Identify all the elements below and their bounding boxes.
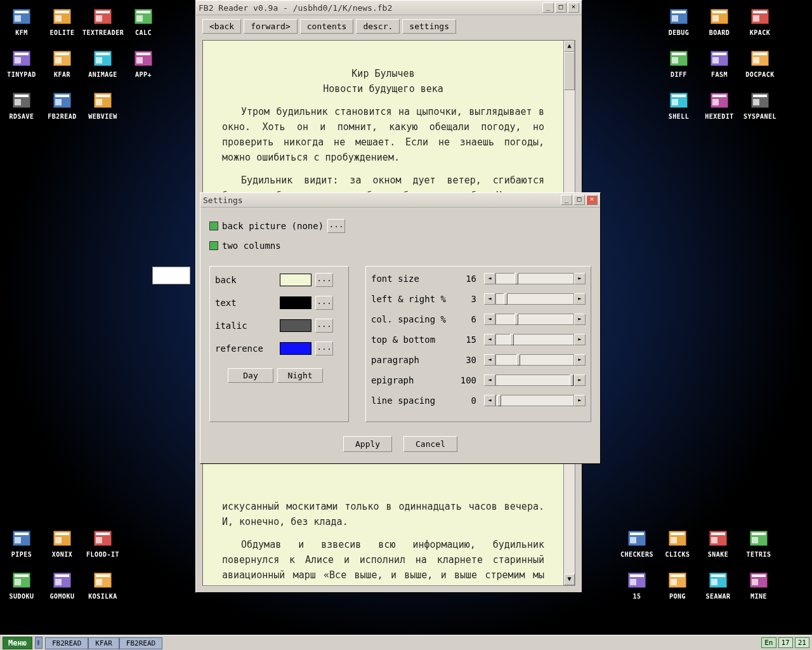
settings-titlebar[interactable]: Settings _ □ × <box>200 193 600 208</box>
forward-button[interactable]: forward> <box>244 19 298 34</box>
slider-thumb[interactable] <box>570 375 573 386</box>
desktop-icon-pipes[interactable]: PIPES <box>1 528 42 558</box>
scroll-thumb[interactable] <box>564 52 575 90</box>
reader-titlebar[interactable]: FB2 Reader v0.9a - /usbhd0/1/K/news.fb2 … <box>196 1 582 15</box>
slider-track[interactable] <box>495 375 574 386</box>
slider-track[interactable] <box>495 273 574 284</box>
color-swatch[interactable] <box>280 342 311 355</box>
scroll-up-button[interactable]: ▲ <box>564 41 575 52</box>
color-picker-button[interactable]: ... <box>315 319 333 333</box>
slider-decrease[interactable]: ◄ <box>484 354 495 366</box>
slider-track[interactable] <box>495 354 574 366</box>
desktop-icon-xonix[interactable]: XONIX <box>42 528 82 558</box>
slider-thumb[interactable] <box>516 354 520 366</box>
slider-increase[interactable]: ► <box>574 293 586 305</box>
close-button[interactable]: × <box>586 195 598 205</box>
language-indicator[interactable]: En <box>761 637 776 648</box>
desktop-icon-shell[interactable]: SHELL <box>658 90 699 120</box>
desktop-icon-checkers[interactable]: CHECKERS <box>617 528 657 558</box>
desktop-icon-board[interactable]: BOARD <box>699 6 740 36</box>
slider[interactable]: ◄ ► <box>484 314 586 325</box>
desktop-icon-kpack[interactable]: KPACK <box>740 6 780 36</box>
slider-thumb[interactable] <box>504 293 508 305</box>
day-button[interactable]: Day <box>228 368 273 383</box>
start-menu-button[interactable]: Меню <box>3 637 32 649</box>
desktop-icon-calc[interactable]: CALC <box>123 6 164 36</box>
slider-increase[interactable]: ► <box>574 273 586 284</box>
slider-increase[interactable]: ► <box>574 354 586 366</box>
clock-hours[interactable]: 17 <box>778 637 793 648</box>
slider-decrease[interactable]: ◄ <box>484 334 495 345</box>
desktop-icon-pong[interactable]: PONG <box>657 570 698 600</box>
desktop-icon-15[interactable]: 15 <box>617 570 657 600</box>
desktop-icon-tinypad[interactable]: TINYPAD <box>1 48 42 78</box>
taskbar-task[interactable]: FB2READ <box>45 637 88 649</box>
task-separator[interactable]: ⦀ <box>35 637 43 649</box>
settings-button[interactable]: settings <box>402 19 456 34</box>
slider-track[interactable] <box>495 334 574 345</box>
desktop-icon-fasm[interactable]: FASM <box>699 48 740 78</box>
desktop-icon-clicks[interactable]: CLICKS <box>657 528 698 558</box>
slider-thumb[interactable] <box>497 395 501 406</box>
desktop-icon-tetris[interactable]: TETRIS <box>738 528 779 558</box>
desktop-icon-app+[interactable]: APP+ <box>123 48 164 78</box>
slider-decrease[interactable]: ◄ <box>484 273 495 284</box>
desktop-icon-seawar[interactable]: SEAWAR <box>698 570 738 600</box>
minimize-button[interactable]: _ <box>542 3 554 13</box>
slider[interactable]: ◄ ► <box>484 273 586 284</box>
slider[interactable]: ◄ ► <box>484 334 586 345</box>
maximize-button[interactable]: □ <box>573 195 585 205</box>
color-picker-button[interactable]: ... <box>315 296 333 310</box>
back-picture-checkbox[interactable] <box>209 222 218 230</box>
slider-thumb[interactable] <box>514 273 518 284</box>
slider[interactable]: ◄ ► <box>484 293 586 305</box>
color-swatch[interactable] <box>280 296 311 309</box>
slider-track[interactable] <box>495 293 574 305</box>
slider-decrease[interactable]: ◄ <box>484 375 495 386</box>
descr-button[interactable]: descr. <box>356 19 400 34</box>
desktop-icon-kosilka[interactable]: KOSILKA <box>82 570 123 600</box>
two-columns-checkbox[interactable] <box>209 241 218 250</box>
clock-minutes[interactable]: 21 <box>795 637 809 648</box>
desktop-icon-fb2read[interactable]: FB2READ <box>42 90 82 120</box>
desktop-icon-hexedit[interactable]: HEXEDIT <box>699 90 740 120</box>
back-picture-browse[interactable]: ... <box>327 219 345 233</box>
slider[interactable]: ◄ ► <box>484 375 586 386</box>
desktop-icon-diff[interactable]: DIFF <box>658 48 699 78</box>
color-picker-button[interactable]: ... <box>315 342 333 355</box>
apply-button[interactable]: Apply <box>343 436 392 452</box>
taskbar-task[interactable]: FB2READ <box>119 637 162 649</box>
desktop-icon-snake[interactable]: SNAKE <box>698 528 738 558</box>
desktop-icon-debug[interactable]: DEBUG <box>658 6 699 36</box>
desktop-icon-docpack[interactable]: DOCPACK <box>740 48 780 78</box>
desktop-icon-mine[interactable]: MINE <box>738 570 779 600</box>
slider-track[interactable] <box>495 314 574 325</box>
close-button[interactable]: × <box>568 3 579 13</box>
night-button[interactable]: Night <box>277 368 323 383</box>
slider-decrease[interactable]: ◄ <box>484 314 495 325</box>
desktop-icon-gomoku[interactable]: GOMOKU <box>42 570 82 600</box>
color-swatch[interactable] <box>280 274 311 286</box>
desktop-icon-rdsave[interactable]: RDSAVE <box>1 90 42 120</box>
slider[interactable]: ◄ ► <box>484 354 586 366</box>
taskbar-task[interactable]: KFAR <box>88 637 119 649</box>
desktop-icon-animage[interactable]: ANIMAGE <box>82 48 123 78</box>
slider-thumb[interactable] <box>514 314 518 325</box>
slider-decrease[interactable]: ◄ <box>484 293 495 305</box>
slider-thumb[interactable] <box>510 334 514 345</box>
maximize-button[interactable]: □ <box>555 3 566 13</box>
slider-increase[interactable]: ► <box>574 395 586 406</box>
color-swatch[interactable] <box>280 319 311 332</box>
slider-increase[interactable]: ► <box>574 314 586 325</box>
slider-increase[interactable]: ► <box>574 334 586 345</box>
desktop-icon-kfm[interactable]: KFM <box>1 6 42 36</box>
desktop-icon-kfar[interactable]: KFAR <box>42 48 82 78</box>
contents-button[interactable]: contents <box>300 19 354 34</box>
desktop-icon-webview[interactable]: WEBVIEW <box>82 90 123 120</box>
desktop-icon-sudoku[interactable]: SUDOKU <box>1 570 42 600</box>
slider[interactable]: ◄ ► <box>484 395 586 406</box>
color-picker-button[interactable]: ... <box>315 273 333 287</box>
back-button[interactable]: <back <box>202 19 241 34</box>
desktop-icon-textreader[interactable]: TEXTREADER <box>82 6 123 36</box>
desktop-icon-syspanel[interactable]: SYSPANEL <box>740 90 780 120</box>
